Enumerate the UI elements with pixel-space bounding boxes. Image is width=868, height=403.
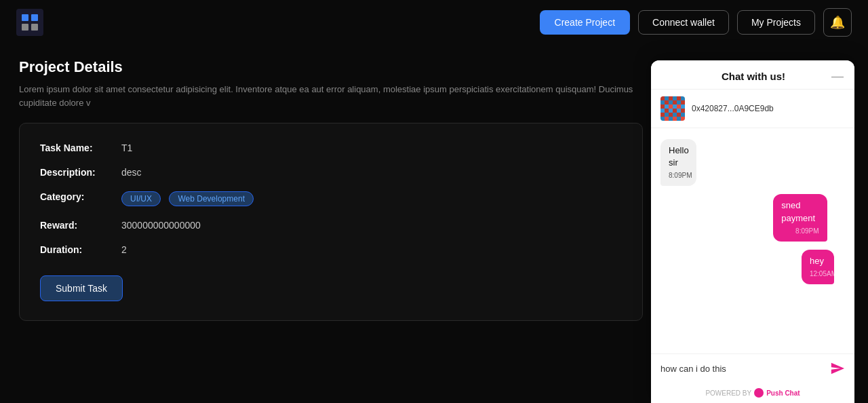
task-name-label: Task Name:: [40, 142, 121, 153]
category-tags: UI/UX Web Development: [121, 191, 259, 206]
notifications-button[interactable]: 🔔: [823, 8, 852, 37]
duration-value: 2: [121, 244, 127, 255]
svg-rect-15: [677, 100, 681, 104]
svg-rect-38: [673, 117, 677, 121]
header-right: Create Project Connect wallet My Project…: [540, 8, 852, 37]
svg-rect-22: [681, 104, 685, 109]
svg-rect-7: [669, 96, 673, 100]
svg-rect-28: [681, 109, 685, 113]
svg-rect-25: [669, 109, 673, 113]
description-value: desc: [121, 167, 142, 178]
submit-task-button[interactable]: Submit Task: [40, 275, 123, 301]
svg-rect-8: [673, 96, 677, 100]
chat-input-area: [651, 353, 854, 383]
chat-user-bar: 0x420827...0A9CE9db: [651, 90, 854, 128]
svg-rect-20: [673, 104, 677, 109]
list-item: hey 12:05AM: [802, 250, 845, 284]
page-subtitle: Lorem ipsum dolor sit amet consectetur a…: [19, 83, 643, 109]
svg-rect-13: [669, 100, 673, 104]
my-projects-button[interactable]: My Projects: [737, 10, 815, 35]
create-project-button[interactable]: Create Project: [540, 10, 630, 35]
svg-rect-14: [673, 100, 677, 104]
svg-rect-31: [669, 113, 673, 117]
svg-rect-29: [660, 113, 665, 117]
svg-rect-34: [681, 113, 685, 117]
header: Create Project Connect wallet My Project…: [0, 0, 868, 45]
chat-send-button[interactable]: [830, 361, 845, 376]
svg-rect-21: [677, 104, 681, 109]
svg-rect-11: [660, 100, 665, 104]
chat-title: Chat with us!: [675, 71, 831, 82]
push-chat-label: Push Chat: [766, 389, 800, 397]
svg-rect-16: [681, 100, 685, 104]
chat-header: Chat with us! —: [651, 60, 854, 90]
svg-rect-35: [660, 117, 665, 121]
message-text-3: hey: [810, 255, 826, 267]
category-label: Category:: [40, 191, 121, 202]
duration-label: Duration:: [40, 244, 121, 255]
svg-rect-17: [660, 104, 665, 109]
svg-rect-0: [22, 14, 28, 21]
chat-messages: Hello sir 8:09PM sned payment 8:09PM hey…: [651, 128, 854, 353]
logo: [16, 9, 43, 36]
chat-footer: POWERED BY Push Chat: [651, 383, 854, 403]
svg-rect-36: [665, 117, 669, 121]
svg-rect-37: [669, 117, 673, 121]
task-name-row: Task Name: T1: [40, 142, 622, 153]
chat-user-address: 0x420827...0A9CE9db: [692, 104, 774, 113]
svg-rect-10: [681, 96, 685, 100]
powered-by-text: POWERED BY: [705, 389, 751, 397]
svg-rect-33: [677, 113, 681, 117]
list-item: sned payment 8:09PM: [773, 194, 845, 241]
svg-rect-40: [681, 117, 685, 121]
tag-uiux: UI/UX: [121, 191, 161, 206]
description-label: Description:: [40, 167, 121, 178]
svg-rect-24: [665, 109, 669, 113]
svg-rect-23: [660, 109, 665, 113]
message-bubble-2: sned payment 8:09PM: [773, 194, 827, 241]
svg-rect-3: [31, 24, 38, 31]
project-card: Task Name: T1 Description: desc Category…: [19, 123, 643, 321]
push-chat-logo-icon: [754, 388, 764, 398]
chat-widget: Chat with us! —: [651, 60, 854, 403]
reward-value: 300000000000000: [121, 220, 201, 231]
message-text-2: sned payment: [781, 199, 818, 224]
svg-rect-26: [673, 109, 677, 113]
tag-webdev: Web Development: [169, 191, 254, 206]
bell-icon: 🔔: [830, 15, 845, 30]
svg-rect-5: [660, 96, 665, 100]
category-row: Category: UI/UX Web Development: [40, 191, 622, 206]
svg-rect-27: [677, 109, 681, 113]
reward-label: Reward:: [40, 220, 121, 231]
duration-row: Duration: 2: [40, 244, 622, 255]
svg-rect-12: [665, 100, 669, 104]
message-bubble-1: Hello sir 8:09PM: [660, 139, 696, 186]
svg-rect-18: [665, 104, 669, 109]
task-name-value: T1: [121, 142, 132, 153]
svg-rect-1: [31, 14, 38, 21]
svg-rect-2: [22, 24, 28, 31]
message-time-3: 12:05AM: [810, 269, 826, 279]
list-item: Hello sir 8:09PM: [660, 139, 709, 186]
chat-minimize-button[interactable]: —: [831, 70, 844, 82]
description-row: Description: desc: [40, 167, 622, 178]
reward-row: Reward: 300000000000000: [40, 220, 622, 231]
message-bubble-3: hey 12:05AM: [802, 250, 834, 284]
svg-rect-6: [665, 96, 669, 100]
svg-rect-9: [677, 96, 681, 100]
svg-rect-30: [665, 113, 669, 117]
message-time-1: 8:09PM: [669, 171, 688, 180]
svg-rect-39: [677, 117, 681, 121]
connect-wallet-button[interactable]: Connect wallet: [638, 10, 729, 35]
message-text-1: Hello sir: [669, 145, 688, 169]
message-time-2: 8:09PM: [781, 227, 818, 236]
svg-rect-32: [673, 113, 677, 117]
chat-input[interactable]: [660, 364, 825, 374]
svg-rect-19: [669, 104, 673, 109]
avatar: [660, 96, 685, 121]
